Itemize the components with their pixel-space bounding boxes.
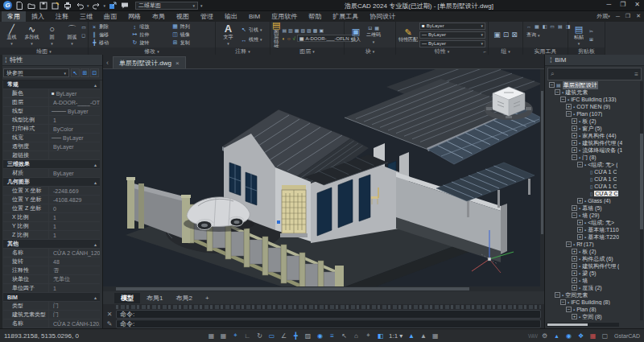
annotation-scale-dropdown[interactable]: 1:1 ▾ [389,332,402,340]
bim-vertical-scrollbar[interactable] [640,81,643,320]
status-toggle-icon[interactable]: ▦ [217,332,229,340]
tree-item[interactable]: + ▪ 屋顶 (2) [547,284,639,291]
status-toggle-icon[interactable]: ∠ [278,332,290,340]
property-row[interactable]: 常规 [3,80,100,89]
redo-icon[interactable] [92,1,101,10]
status-toggle-icon[interactable]: ▭ [266,332,278,340]
tree-expander-icon[interactable]: − [577,162,583,167]
tree-item[interactable]: ▯ CỬA 1 C [547,183,639,190]
print-icon[interactable] [63,1,72,10]
layout-tab[interactable]: 布局2 [169,293,198,303]
ribbon-tab[interactable]: 管理 [195,11,219,22]
utility-tool-icon[interactable]: ▭ [550,23,555,29]
layer-on-icon[interactable]: ◐ [282,36,285,41]
property-row[interactable]: BIM [3,293,100,302]
panel-label-utilities[interactable]: 实用工具 [523,47,568,55]
ribbon-tab[interactable]: 注释 [50,11,74,22]
window-control-icon[interactable]: ─ [606,1,611,8]
panel-label-draw[interactable]: 绘图▾ [0,47,88,55]
tree-expander-icon[interactable]: − [560,299,566,305]
layer-state-icon[interactable]: ▣ [319,27,324,33]
tree-expander-icon[interactable]: + [572,140,577,146]
property-row[interactable]: 超链接 [3,151,100,160]
ribbon-tab[interactable]: 曲面 [98,11,122,22]
tree-item[interactable]: − ▪ 空间元素 [547,291,639,299]
panel-label-modify[interactable]: 修改▾ [89,47,215,55]
property-row[interactable]: 线宽 ——ByLayer [3,134,100,142]
tree-item[interactable]: + ▪ 梁 (5) [547,270,639,277]
property-row[interactable]: 打印样式 ByColor [3,125,100,134]
status-toggle-icon[interactable]: ≡ [326,332,338,340]
bim-search-box[interactable]: ⌕ ≡ [547,68,642,80]
property-row[interactable]: 位置 X 坐标 -2248.669 [3,187,100,196]
property-row[interactable]: 位置 Z 坐标 0 [3,204,100,213]
ribbon-tab[interactable]: 扩展工具 [327,11,364,22]
property-row[interactable]: 材质 ByLayer [3,169,100,178]
tree-expander-icon[interactable]: − [572,155,577,160]
tree-item[interactable]: − ▪ IFC Building (8) [547,299,639,306]
modify-tool-button[interactable]: ⊞ 复制 [172,39,213,47]
viewport-3d[interactable] [103,69,544,286]
annotate-tool-button[interactable]: ↔ 线性 ▾ [241,36,262,43]
property-row[interactable]: Z 比例 1 [3,231,100,240]
layer-state-icon[interactable]: ▦ [295,27,299,33]
property-dropdown[interactable]: — ByLayer ▾ [419,31,485,39]
close-icon[interactable]: ✕ [105,311,114,318]
modify-tool-button[interactable]: ↦ 拉伸 [131,31,171,39]
group-tool-icon[interactable]: ⊠ [511,31,518,39]
layer-state-icon[interactable]: ▤ [282,27,287,33]
property-row[interactable]: 类型 门 [3,302,100,311]
property-dropdown[interactable]: ■ ByLayer ▾ [419,23,485,30]
modify-tool-button[interactable]: ∥ 偏移 [91,31,131,39]
open-file-icon[interactable] [27,1,36,10]
property-row[interactable]: 三维效果 [3,160,100,169]
text-tool-button[interactable]: A 文字 ▾ [218,24,238,46]
selection-tool-button[interactable]: ⊡ [90,68,99,77]
save-icon[interactable] [39,1,48,10]
tree-item[interactable]: + ▪ 基本墙:T220 [547,233,639,241]
palette-grip[interactable] [0,55,2,328]
qat-more-icon[interactable]: ▾ [200,3,203,8]
annotate-tool-button[interactable]: ↖ 引线 ▾ [241,27,262,34]
tree-expander-icon[interactable]: + [577,234,583,240]
property-row[interactable]: 名称 CỬA 2 CÁNH-120... [3,319,100,328]
status-tray-icon[interactable]: WW [526,333,539,339]
ribbon-tab[interactable]: BIM [243,11,266,22]
clipboard-mini-icon[interactable]: ✂ [589,28,593,34]
status-tray-icon[interactable]: ⚙ [539,332,551,340]
layout-tab[interactable]: 布局1 [140,293,169,303]
close-icon[interactable]: × [175,60,180,67]
status-toggle-icon[interactable]: ▦ [205,332,217,340]
tree-expander-icon[interactable]: − [549,82,555,88]
modify-tool-button[interactable]: ╋ 移动 [91,39,131,47]
property-row[interactable]: 建筑元素类型 门 [3,311,100,319]
status-toggle-icon[interactable]: ▲ [417,332,429,340]
status-tray-icon[interactable]: ◉ [563,332,575,340]
draw-tool-button[interactable]: ○ 圆 ▾ [42,24,62,46]
panel-label-block[interactable]: 块▾ [345,47,395,55]
tree-item[interactable]: + ▪ CỐT NỀN (9) [547,103,639,110]
properties-header[interactable]: ╏ 特性 [0,55,102,66]
utility-tool-icon[interactable]: ↔ [526,24,531,29]
object-type-dropdown[interactable]: 块参照 ▾ [3,68,69,77]
undo-icon[interactable] [75,1,85,10]
property-row[interactable]: 几何图形 [3,178,100,187]
ribbon-tab[interactable]: 帮助 [303,11,327,22]
tree-item[interactable]: − ▪ IFC Building (133) [547,96,639,103]
dialog-launcher-icon[interactable]: ⌐ [483,49,486,54]
command-input-row[interactable]: 命令: [116,319,541,328]
tree-item[interactable]: ▯ CỬA 1 C [547,168,639,175]
tree-expander-icon[interactable]: − [566,307,572,312]
status-toggle-icon[interactable]: ⌂ [350,332,362,340]
bim-horizontal-scrollbar[interactable] [547,323,619,327]
window-control-icon[interactable]: ✕ [634,1,640,8]
workspace-switcher[interactable]: 二维草图 ▾ [135,2,198,10]
status-toggle-icon[interactable]: ╋ [290,332,302,340]
utility-tool-icon[interactable]: ▤ [558,23,563,29]
tree-expander-icon[interactable]: + [577,227,583,233]
bim-header[interactable]: ╏ BIM [545,55,644,66]
layer-thaw-icon[interactable]: ☼ [287,36,291,41]
ribbon-tab[interactable]: 布局 [147,11,171,22]
tree-expander-icon[interactable]: + [572,270,577,276]
modify-tool-button[interactable]: ▦ 阵列 [172,23,213,31]
